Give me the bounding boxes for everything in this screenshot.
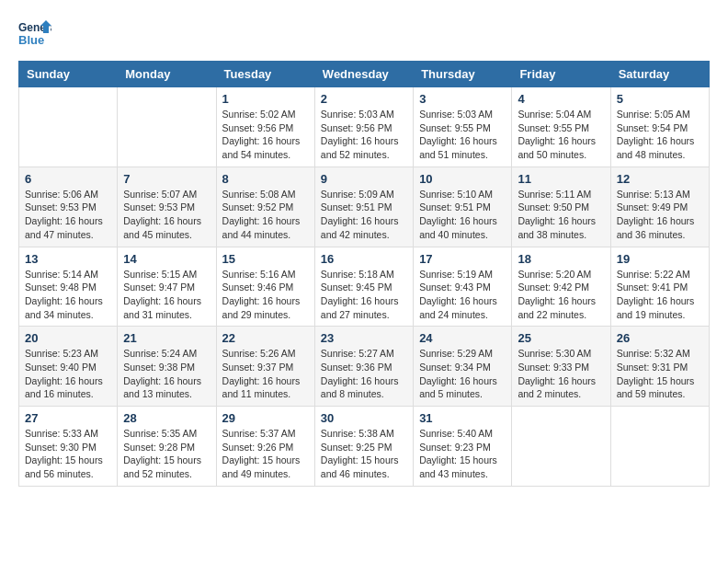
day-cell: 6Sunrise: 5:06 AM Sunset: 9:53 PM Daylig… [19,167,118,247]
weekday-header-friday: Friday [512,62,610,87]
page-header: General Blue [18,18,710,52]
day-cell: 10Sunrise: 5:10 AM Sunset: 9:51 PM Dayli… [414,167,512,247]
day-number: 8 [222,172,309,186]
day-number: 24 [419,331,506,345]
day-cell: 26Sunrise: 5:32 AM Sunset: 9:31 PM Dayli… [610,327,709,407]
day-cell: 23Sunrise: 5:27 AM Sunset: 9:36 PM Dayli… [314,327,413,407]
day-info: Sunrise: 5:22 AM Sunset: 9:41 PM Dayligh… [617,268,703,322]
day-number: 17 [419,252,506,266]
day-cell: 17Sunrise: 5:19 AM Sunset: 9:43 PM Dayli… [414,247,512,327]
weekday-header-thursday: Thursday [414,62,512,87]
week-row-2: 6Sunrise: 5:06 AM Sunset: 9:53 PM Daylig… [19,167,710,247]
weekday-header-sunday: Sunday [19,62,118,87]
day-cell: 9Sunrise: 5:09 AM Sunset: 9:51 PM Daylig… [314,167,413,247]
day-cell: 27Sunrise: 5:33 AM Sunset: 9:30 PM Dayli… [19,407,118,487]
day-number: 30 [321,411,407,425]
day-number: 29 [222,411,309,425]
day-cell [118,87,216,167]
day-number: 26 [617,331,703,345]
day-cell: 7Sunrise: 5:07 AM Sunset: 9:53 PM Daylig… [118,167,216,247]
day-number: 13 [25,252,111,266]
logo-text-block: General Blue [18,18,51,52]
day-number: 27 [25,411,111,425]
day-number: 20 [25,331,111,345]
day-cell [512,407,610,487]
day-info: Sunrise: 5:11 AM Sunset: 9:50 PM Dayligh… [518,188,604,242]
day-info: Sunrise: 5:19 AM Sunset: 9:43 PM Dayligh… [419,268,506,322]
day-number: 4 [518,92,604,106]
day-info: Sunrise: 5:37 AM Sunset: 9:26 PM Dayligh… [222,427,309,481]
day-cell: 31Sunrise: 5:40 AM Sunset: 9:23 PM Dayli… [414,407,512,487]
day-cell: 20Sunrise: 5:23 AM Sunset: 9:40 PM Dayli… [19,327,118,407]
day-number: 16 [321,252,407,266]
weekday-header-wednesday: Wednesday [314,62,413,87]
day-info: Sunrise: 5:38 AM Sunset: 9:25 PM Dayligh… [321,427,407,481]
day-info: Sunrise: 5:05 AM Sunset: 9:54 PM Dayligh… [617,108,703,162]
weekday-header-tuesday: Tuesday [216,62,314,87]
day-info: Sunrise: 5:02 AM Sunset: 9:56 PM Dayligh… [222,108,309,162]
day-number: 9 [321,172,407,186]
week-row-5: 27Sunrise: 5:33 AM Sunset: 9:30 PM Dayli… [19,407,710,487]
day-cell: 18Sunrise: 5:20 AM Sunset: 9:42 PM Dayli… [512,247,610,327]
day-cell: 1Sunrise: 5:02 AM Sunset: 9:56 PM Daylig… [216,87,314,167]
day-info: Sunrise: 5:24 AM Sunset: 9:38 PM Dayligh… [123,347,210,401]
day-number: 10 [419,172,506,186]
day-number: 14 [123,252,210,266]
day-cell: 30Sunrise: 5:38 AM Sunset: 9:25 PM Dayli… [314,407,413,487]
day-cell: 4Sunrise: 5:04 AM Sunset: 9:55 PM Daylig… [512,87,610,167]
day-number: 2 [321,92,407,106]
day-info: Sunrise: 5:03 AM Sunset: 9:56 PM Dayligh… [321,108,407,162]
logo: General Blue [18,18,51,52]
day-info: Sunrise: 5:32 AM Sunset: 9:31 PM Dayligh… [617,347,703,401]
day-cell: 8Sunrise: 5:08 AM Sunset: 9:52 PM Daylig… [216,167,314,247]
day-number: 1 [222,92,309,106]
day-info: Sunrise: 5:30 AM Sunset: 9:33 PM Dayligh… [518,347,604,401]
day-info: Sunrise: 5:15 AM Sunset: 9:47 PM Dayligh… [123,268,210,322]
day-cell: 24Sunrise: 5:29 AM Sunset: 9:34 PM Dayli… [414,327,512,407]
day-info: Sunrise: 5:09 AM Sunset: 9:51 PM Dayligh… [321,188,407,242]
day-number: 15 [222,252,309,266]
day-number: 18 [518,252,604,266]
day-info: Sunrise: 5:10 AM Sunset: 9:51 PM Dayligh… [419,188,506,242]
day-cell: 12Sunrise: 5:13 AM Sunset: 9:49 PM Dayli… [610,167,709,247]
day-info: Sunrise: 5:35 AM Sunset: 9:28 PM Dayligh… [123,427,210,481]
day-cell: 2Sunrise: 5:03 AM Sunset: 9:56 PM Daylig… [314,87,413,167]
day-number: 25 [518,331,604,345]
day-cell: 16Sunrise: 5:18 AM Sunset: 9:45 PM Dayli… [314,247,413,327]
day-info: Sunrise: 5:03 AM Sunset: 9:55 PM Dayligh… [419,108,506,162]
day-number: 28 [123,411,210,425]
day-info: Sunrise: 5:40 AM Sunset: 9:23 PM Dayligh… [419,427,506,481]
day-number: 12 [617,172,703,186]
day-number: 31 [419,411,506,425]
day-info: Sunrise: 5:20 AM Sunset: 9:42 PM Dayligh… [518,268,604,322]
day-number: 19 [617,252,703,266]
svg-text:Blue: Blue [18,33,44,47]
day-number: 6 [25,172,111,186]
day-cell: 5Sunrise: 5:05 AM Sunset: 9:54 PM Daylig… [610,87,709,167]
day-cell: 3Sunrise: 5:03 AM Sunset: 9:55 PM Daylig… [414,87,512,167]
day-number: 11 [518,172,604,186]
weekday-header-saturday: Saturday [610,62,709,87]
day-number: 7 [123,172,210,186]
day-cell: 25Sunrise: 5:30 AM Sunset: 9:33 PM Dayli… [512,327,610,407]
week-row-1: 1Sunrise: 5:02 AM Sunset: 9:56 PM Daylig… [19,87,710,167]
day-cell: 14Sunrise: 5:15 AM Sunset: 9:47 PM Dayli… [118,247,216,327]
day-info: Sunrise: 5:33 AM Sunset: 9:30 PM Dayligh… [25,427,111,481]
day-info: Sunrise: 5:27 AM Sunset: 9:36 PM Dayligh… [321,347,407,401]
day-info: Sunrise: 5:04 AM Sunset: 9:55 PM Dayligh… [518,108,604,162]
day-number: 3 [419,92,506,106]
day-info: Sunrise: 5:18 AM Sunset: 9:45 PM Dayligh… [321,268,407,322]
day-cell: 19Sunrise: 5:22 AM Sunset: 9:41 PM Dayli… [610,247,709,327]
day-info: Sunrise: 5:14 AM Sunset: 9:48 PM Dayligh… [25,268,111,322]
day-cell: 22Sunrise: 5:26 AM Sunset: 9:37 PM Dayli… [216,327,314,407]
day-info: Sunrise: 5:16 AM Sunset: 9:46 PM Dayligh… [222,268,309,322]
weekday-header-row: SundayMondayTuesdayWednesdayThursdayFrid… [19,62,710,87]
day-cell: 13Sunrise: 5:14 AM Sunset: 9:48 PM Dayli… [19,247,118,327]
day-number: 22 [222,331,309,345]
calendar-table: SundayMondayTuesdayWednesdayThursdayFrid… [18,61,710,487]
day-number: 21 [123,331,210,345]
day-cell [610,407,709,487]
day-info: Sunrise: 5:26 AM Sunset: 9:37 PM Dayligh… [222,347,309,401]
day-info: Sunrise: 5:06 AM Sunset: 9:53 PM Dayligh… [25,188,111,242]
day-info: Sunrise: 5:13 AM Sunset: 9:49 PM Dayligh… [617,188,703,242]
